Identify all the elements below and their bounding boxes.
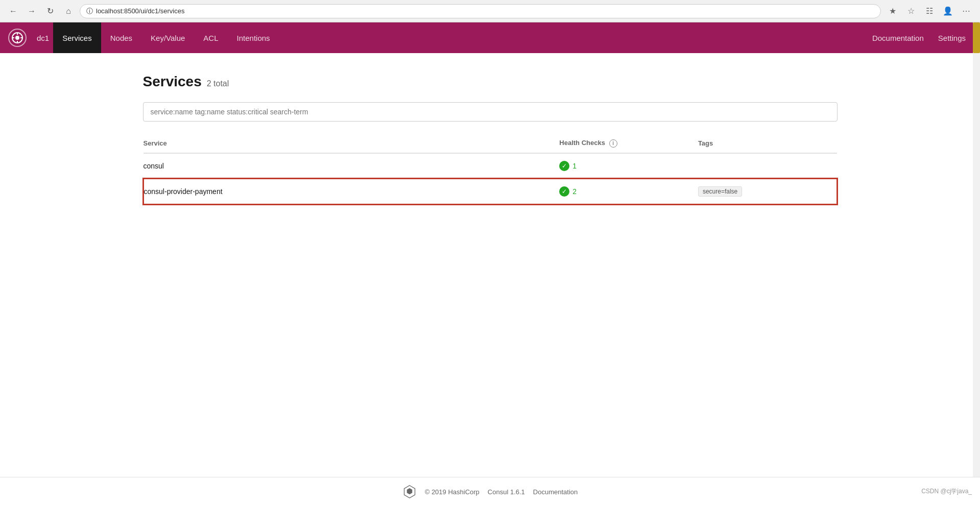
browser-actions: ★ ☆ ☷ 👤 ⋯	[885, 4, 974, 19]
col-header-service: Service	[144, 134, 560, 153]
forward-button[interactable]: →	[25, 4, 39, 18]
tags-cell	[698, 153, 837, 179]
bookmark-star-button[interactable]: ★	[885, 4, 900, 19]
health-check-icon: ✓	[559, 161, 569, 171]
col-header-health: Health Checks i	[559, 134, 698, 153]
services-table: Service Health Checks i Tags consul ✓ 1	[143, 134, 838, 205]
reload-button[interactable]: ↻	[43, 4, 57, 18]
url-text: localhost:8500/ui/dc1/services	[96, 7, 184, 15]
tags-cell: secure=false	[698, 179, 837, 204]
health-check-cell: ✓ 2	[559, 179, 698, 204]
services-tbody: consul ✓ 1 consul-provider-payment ✓	[144, 153, 837, 204]
browser-chrome: ← → ↻ ⌂ ⓘ localhost:8500/ui/dc1/services…	[0, 0, 980, 22]
address-bar[interactable]: ⓘ localhost:8500/ui/dc1/services	[80, 4, 881, 18]
navbar-right: Documentation Settings	[866, 31, 972, 45]
nav-nodes[interactable]: Nodes	[101, 22, 141, 53]
main-content: Services 2 total Service Health Checks i…	[117, 53, 863, 225]
profile-button[interactable]: 👤	[940, 4, 955, 19]
health-check-cell: ✓ 1	[559, 153, 698, 179]
extensions-button[interactable]: ☷	[922, 4, 937, 19]
service-name-cell: consul-provider-payment	[144, 179, 560, 204]
service-name-cell: consul	[144, 153, 560, 179]
table-row[interactable]: consul-provider-payment ✓ 2 secure=false	[144, 179, 837, 204]
navbar-links: Services Nodes Key/Value ACL Intentions	[53, 22, 279, 53]
health-checks-label: Health Checks	[559, 139, 605, 147]
page-header: Services 2 total	[143, 74, 838, 90]
nav-services[interactable]: Services	[53, 22, 101, 53]
nav-intentions[interactable]: Intentions	[228, 22, 279, 53]
page-count: 2 total	[207, 79, 229, 88]
health-check-container: ✓ 1	[559, 161, 692, 171]
nav-acl[interactable]: ACL	[194, 22, 227, 53]
health-check-icon: ✓	[559, 186, 569, 197]
scrollbar-thumb[interactable]	[973, 22, 980, 53]
search-input[interactable]	[143, 102, 838, 122]
health-count: 1	[572, 162, 577, 170]
health-checks-info-icon[interactable]: i	[609, 139, 617, 148]
lock-icon: ⓘ	[86, 7, 93, 16]
consul-logo	[8, 29, 27, 47]
more-button[interactable]: ⋯	[959, 4, 974, 19]
home-button[interactable]: ⌂	[61, 4, 76, 18]
reading-list-button[interactable]: ☆	[903, 4, 919, 19]
consul-logo-icon	[8, 29, 27, 47]
navbar: dc1 Services Nodes Key/Value ACL Intenti…	[0, 22, 980, 53]
scrollbar-track	[973, 22, 980, 225]
table-row[interactable]: consul ✓ 1	[144, 153, 837, 179]
page-title: Services	[143, 74, 202, 90]
tag-badge: secure=false	[698, 186, 742, 197]
dc-label: dc1	[37, 34, 49, 42]
documentation-link[interactable]: Documentation	[866, 31, 930, 45]
table-header: Service Health Checks i Tags	[144, 134, 837, 153]
service-name: consul	[144, 162, 164, 170]
col-header-tags: Tags	[698, 134, 837, 153]
settings-link[interactable]: Settings	[932, 31, 972, 45]
nav-keyvalue[interactable]: Key/Value	[141, 22, 194, 53]
back-button[interactable]: ←	[6, 4, 20, 18]
health-count: 2	[572, 187, 577, 196]
health-check-container: ✓ 2	[559, 186, 692, 197]
svg-point-1	[15, 36, 19, 40]
service-name: consul-provider-payment	[144, 187, 223, 196]
